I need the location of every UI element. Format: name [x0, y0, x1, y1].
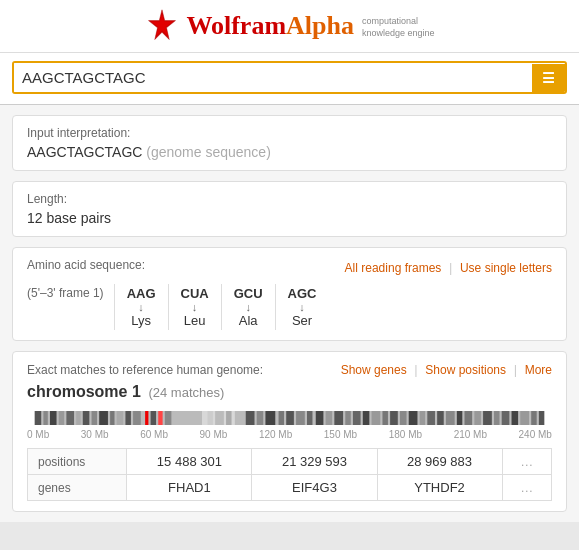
svg-rect-19	[165, 411, 172, 425]
position-1: 15 488 301	[127, 449, 252, 475]
svg-rect-10	[92, 411, 97, 425]
more-link[interactable]: More	[525, 363, 552, 377]
codon-2-text: CUA	[181, 286, 209, 301]
svg-rect-18	[158, 411, 162, 425]
wolfram-star-icon	[144, 8, 180, 44]
codon-2-aa: Leu	[181, 313, 209, 328]
svg-rect-22	[215, 411, 224, 425]
search-button[interactable]: ☰	[532, 64, 565, 92]
gene-1: FHAD1	[127, 475, 252, 501]
svg-rect-51	[502, 411, 510, 425]
svg-rect-43	[427, 411, 435, 425]
input-interpretation-card: Input interpretation: AAGCTAGCTAGC (geno…	[12, 115, 567, 171]
genome-matches-card: Exact matches to reference human genome:…	[12, 351, 567, 512]
genome-header-links: Show genes | Show positions | More	[341, 362, 552, 377]
svg-rect-52	[512, 411, 519, 425]
length-label: Length:	[27, 192, 552, 206]
ruler-240mb: 240 Mb	[519, 429, 552, 440]
codon-1-arrow: ↓	[127, 301, 156, 313]
ruler-180mb: 180 Mb	[389, 429, 422, 440]
svg-rect-28	[286, 411, 294, 425]
position-3: 28 969 883	[377, 449, 502, 475]
svg-rect-14	[125, 411, 130, 425]
ruler-150mb: 150 Mb	[324, 429, 357, 440]
svg-rect-32	[326, 411, 333, 425]
svg-rect-35	[353, 411, 361, 425]
chromosome-ruler: 0 Mb 30 Mb 60 Mb 90 Mb 120 Mb 150 Mb 180…	[27, 429, 552, 440]
svg-rect-8	[76, 411, 80, 425]
search-submit-icon: ☰	[542, 70, 555, 86]
amino-acid-card: Amino acid sequence: All reading frames …	[12, 247, 567, 341]
svg-rect-13	[117, 411, 124, 425]
logo-alpha: Alpha	[286, 11, 354, 40]
genome-data-table: positions 15 488 301 21 329 593 28 969 8…	[27, 448, 552, 501]
svg-rect-17	[151, 411, 156, 425]
chromosome-title-row: chromosome 1 (24 matches)	[27, 383, 552, 401]
genes-label: genes	[28, 475, 127, 501]
table-row-positions: positions 15 488 301 21 329 593 28 969 8…	[28, 449, 552, 475]
input-interpretation-label: Input interpretation:	[27, 126, 552, 140]
use-single-letters-link[interactable]: Use single letters	[460, 261, 552, 275]
svg-rect-11	[99, 411, 108, 425]
svg-rect-16	[145, 411, 148, 425]
svg-rect-37	[372, 411, 381, 425]
svg-rect-57	[544, 409, 552, 427]
svg-rect-45	[446, 411, 455, 425]
sequence-text: AAGCTAGCTAGC	[27, 144, 142, 160]
aa-codons-container: AAG ↓ Lys CUA ↓ Leu GCU ↓ Ala AGC ↓	[114, 284, 329, 330]
svg-rect-26	[265, 411, 275, 425]
chromosome-bar	[27, 409, 552, 427]
codon-1-aa: Lys	[127, 313, 156, 328]
chromosome-label: chromosome 1	[27, 383, 141, 400]
codon-3-arrow: ↓	[234, 301, 263, 313]
svg-rect-27	[279, 411, 284, 425]
codon-2-arrow: ↓	[181, 301, 209, 313]
svg-rect-33	[334, 411, 343, 425]
aa-links: All reading frames | Use single letters	[345, 260, 552, 275]
ruler-0mb: 0 Mb	[27, 429, 49, 440]
chromosome-matches: (24 matches)	[148, 385, 224, 400]
all-reading-frames-link[interactable]: All reading frames	[345, 261, 442, 275]
show-positions-link[interactable]: Show positions	[425, 363, 506, 377]
sequence-annotation: (genome sequence)	[146, 144, 271, 160]
aa-header: Amino acid sequence: All reading frames …	[27, 258, 552, 276]
svg-rect-47	[465, 411, 473, 425]
svg-rect-40	[400, 411, 407, 425]
svg-rect-9	[83, 411, 90, 425]
genome-sep-2: |	[514, 362, 521, 377]
show-genes-link[interactable]: Show genes	[341, 363, 407, 377]
svg-rect-46	[457, 411, 462, 425]
svg-rect-25	[257, 411, 264, 425]
codon-2: CUA ↓ Leu	[169, 284, 222, 330]
position-more: …	[502, 449, 551, 475]
search-bar: ☰	[12, 61, 567, 94]
logo-area: WolframAlpha computational knowledge eng…	[144, 8, 434, 44]
svg-rect-5	[50, 411, 57, 425]
search-input[interactable]	[14, 63, 532, 92]
ruler-90mb: 90 Mb	[200, 429, 228, 440]
svg-rect-23	[226, 411, 231, 425]
svg-rect-54	[531, 411, 536, 425]
svg-rect-41	[409, 411, 418, 425]
codon-4: AGC ↓ Ser	[276, 284, 329, 330]
codon-4-text: AGC	[288, 286, 317, 301]
gene-2: EIF4G3	[252, 475, 377, 501]
ruler-60mb: 60 Mb	[140, 429, 168, 440]
search-bar-container: ☰	[0, 53, 579, 105]
input-interpretation-value: AAGCTAGCTAGC (genome sequence)	[27, 144, 552, 160]
codon-3: GCU ↓ Ala	[222, 284, 276, 330]
table-row-genes: genes FHAD1 EIF4G3 YTHDF2 …	[28, 475, 552, 501]
genome-header: Exact matches to reference human genome:…	[27, 362, 552, 377]
ruler-210mb: 210 Mb	[454, 429, 487, 440]
svg-rect-7	[66, 411, 74, 425]
gene-3: YTHDF2	[377, 475, 502, 501]
svg-rect-56	[27, 409, 35, 427]
svg-rect-4	[43, 411, 47, 425]
svg-rect-50	[494, 411, 499, 425]
codon-3-aa: Ala	[234, 313, 263, 328]
aa-link-separator: |	[449, 260, 456, 275]
ruler-30mb: 30 Mb	[81, 429, 109, 440]
svg-rect-38	[382, 411, 387, 425]
logo-tagline: computational knowledge engine	[362, 16, 435, 39]
svg-rect-53	[520, 411, 529, 425]
